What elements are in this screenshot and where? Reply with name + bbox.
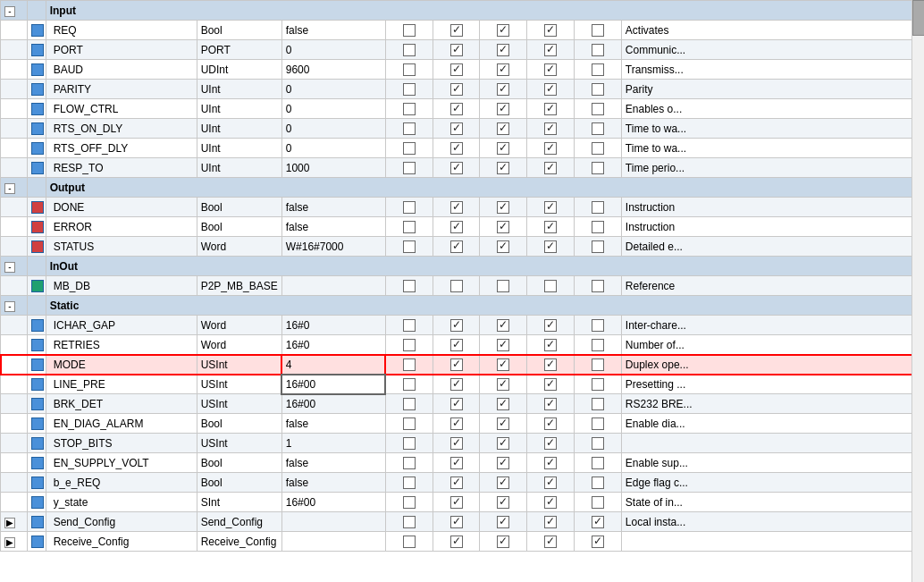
checkbox[interactable]: [497, 122, 509, 135]
checkbox[interactable]: [403, 24, 416, 37]
checkbox[interactable]: [403, 378, 416, 391]
checkbox[interactable]: [497, 536, 509, 548]
checkbox[interactable]: [544, 358, 557, 371]
checkbox[interactable]: [450, 142, 463, 155]
checkbox[interactable]: [450, 496, 463, 509]
checkbox[interactable]: [544, 457, 557, 469]
checkbox[interactable]: [450, 280, 463, 292]
table-row[interactable]: REQBoolfalseActivates: [1, 21, 924, 40]
checkbox[interactable]: [450, 103, 463, 115]
checkbox[interactable]: [403, 457, 416, 469]
checkbox[interactable]: [403, 201, 416, 214]
checkbox[interactable]: [544, 339, 557, 351]
checkbox[interactable]: [592, 437, 604, 450]
checkbox[interactable]: [497, 221, 509, 233]
table-row[interactable]: LINE_PREUSIntPresetting ...: [1, 375, 924, 394]
checkbox[interactable]: [450, 358, 463, 371]
checkbox[interactable]: [450, 378, 463, 391]
checkbox[interactable]: [450, 24, 463, 37]
expand-icon[interactable]: ▶: [4, 518, 15, 528]
checkbox[interactable]: [497, 280, 509, 292]
checkbox[interactable]: [592, 477, 604, 489]
table-row[interactable]: y_stateSInt16#00State of in...: [1, 493, 924, 512]
checkbox[interactable]: [544, 201, 557, 214]
section-expand-cell[interactable]: -: [1, 178, 28, 198]
table-row[interactable]: MB_DBP2P_MB_BASEReference: [1, 276, 924, 296]
checkbox[interactable]: [497, 103, 509, 115]
checkbox[interactable]: [544, 477, 557, 489]
checkbox[interactable]: [497, 378, 509, 391]
checkbox[interactable]: [592, 496, 604, 509]
checkbox[interactable]: [450, 516, 463, 528]
table-row[interactable]: ERRORBoolfalseInstruction: [1, 217, 924, 237]
section-expand-icon[interactable]: -: [4, 262, 15, 273]
checkbox[interactable]: [592, 221, 604, 233]
table-row[interactable]: EN_DIAG_ALARMBoolfalseEnable dia...: [1, 414, 924, 434]
variable-default[interactable]: [281, 375, 385, 394]
checkbox[interactable]: [450, 221, 463, 233]
checkbox[interactable]: [544, 122, 557, 135]
checkbox[interactable]: [403, 103, 416, 115]
checkbox[interactable]: [497, 24, 509, 37]
table-row[interactable]: EN_SUPPLY_VOLTBoolfalseEnable sup...: [1, 453, 924, 473]
checkbox[interactable]: [497, 516, 509, 528]
section-row[interactable]: -InOut: [1, 257, 924, 276]
checkbox[interactable]: [592, 358, 604, 371]
checkbox[interactable]: [497, 162, 509, 174]
checkbox[interactable]: [450, 457, 463, 469]
checkbox[interactable]: [403, 477, 416, 489]
checkbox[interactable]: [450, 477, 463, 489]
checkbox[interactable]: [450, 83, 463, 96]
checkbox[interactable]: [592, 162, 604, 174]
checkbox[interactable]: [403, 437, 416, 450]
checkbox[interactable]: [403, 319, 416, 332]
checkbox[interactable]: [403, 44, 416, 56]
vertical-scrollbar[interactable]: [911, 0, 924, 582]
checkbox[interactable]: [592, 24, 604, 37]
checkbox[interactable]: [544, 437, 557, 450]
checkbox[interactable]: [592, 516, 604, 528]
checkbox[interactable]: [403, 496, 416, 509]
checkbox[interactable]: [497, 319, 509, 332]
checkbox[interactable]: [592, 83, 604, 96]
checkbox[interactable]: [497, 457, 509, 469]
checkbox[interactable]: [544, 142, 557, 155]
checkbox[interactable]: [450, 437, 463, 450]
table-row[interactable]: FLOW_CTRLUInt0Enables o...: [1, 99, 924, 119]
checkbox[interactable]: [403, 339, 416, 351]
checkbox[interactable]: [450, 536, 463, 548]
checkbox[interactable]: [450, 418, 463, 430]
checkbox[interactable]: [403, 221, 416, 233]
checkbox[interactable]: [544, 496, 557, 509]
checkbox[interactable]: [403, 358, 416, 371]
checkbox[interactable]: [497, 418, 509, 430]
checkbox[interactable]: [403, 63, 416, 76]
section-row[interactable]: -Output: [1, 178, 924, 198]
table-row[interactable]: b_e_REQBoolfalseEdge flag c...: [1, 473, 924, 493]
checkbox[interactable]: [497, 398, 509, 410]
checkbox[interactable]: [544, 240, 557, 253]
section-expand-icon[interactable]: -: [4, 183, 15, 194]
checkbox[interactable]: [403, 162, 416, 174]
checkbox[interactable]: [592, 142, 604, 155]
checkbox[interactable]: [450, 63, 463, 76]
checkbox[interactable]: [544, 221, 557, 233]
checkbox[interactable]: [403, 83, 416, 96]
checkbox[interactable]: [544, 63, 557, 76]
checkbox[interactable]: [497, 358, 509, 371]
checkbox[interactable]: [450, 44, 463, 56]
table-row[interactable]: BRK_DETUSInt16#00RS232 BRE...: [1, 394, 924, 414]
checkbox[interactable]: [592, 103, 604, 115]
checkbox[interactable]: [544, 280, 557, 292]
checkbox[interactable]: [403, 398, 416, 410]
checkbox[interactable]: [544, 378, 557, 391]
section-expand-icon[interactable]: -: [4, 6, 15, 17]
checkbox[interactable]: [544, 418, 557, 430]
checkbox[interactable]: [403, 280, 416, 292]
checkbox[interactable]: [450, 122, 463, 135]
checkbox[interactable]: [592, 63, 604, 76]
table-row[interactable]: RESP_TOUInt1000Time perio...: [1, 158, 924, 178]
checkbox[interactable]: [497, 201, 509, 214]
checkbox[interactable]: [497, 44, 509, 56]
checkbox[interactable]: [497, 63, 509, 76]
